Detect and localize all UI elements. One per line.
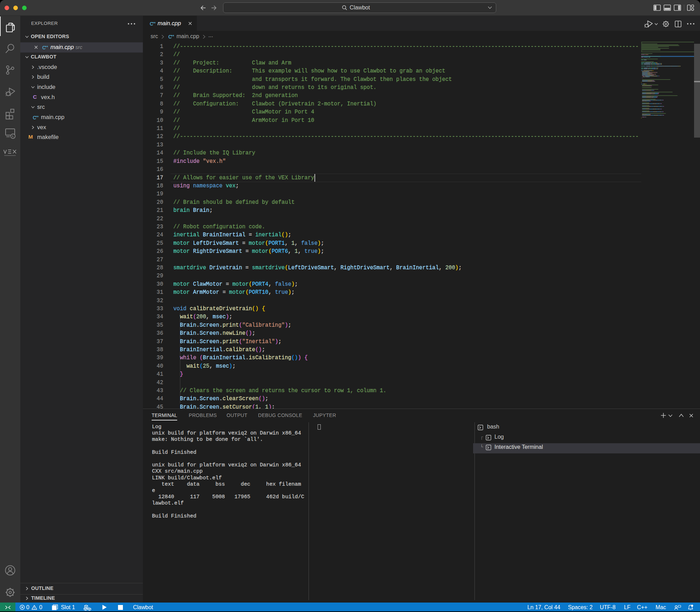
svg-text:C: C bbox=[168, 34, 172, 39]
svg-text:C: C bbox=[150, 21, 153, 26]
svg-text:C: C bbox=[33, 115, 36, 120]
svg-text:C: C bbox=[42, 45, 46, 50]
